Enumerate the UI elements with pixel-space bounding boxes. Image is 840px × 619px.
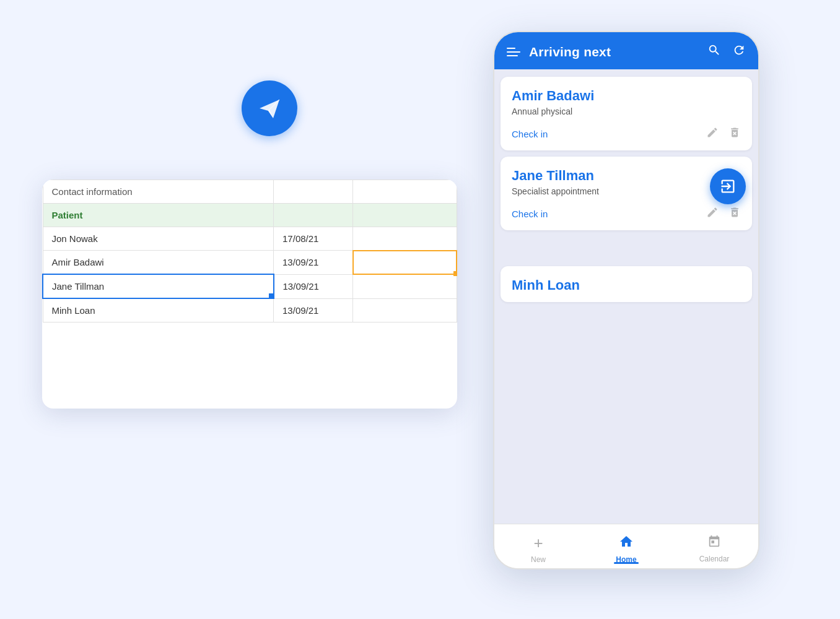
- check-in-button-jane[interactable]: Check in: [512, 209, 548, 219]
- patient-card-amir: Amir Badawi Annual physical Check in: [501, 77, 752, 150]
- patient-name-minh: Minh Loan: [512, 277, 741, 293]
- delete-icon-amir[interactable]: [728, 126, 741, 142]
- nav-item-home[interactable]: Home: [582, 529, 670, 564]
- paper-plane-icon: [242, 80, 297, 136]
- cell-amir-badawi: Amir Badawi: [43, 251, 274, 275]
- nav-calendar-icon: [707, 535, 721, 552]
- table-row: Minh Loan 13/09/21: [43, 298, 457, 322]
- table-row: Jane Tillman 13/09/21: [43, 274, 457, 298]
- nav-item-calendar[interactable]: Calendar: [670, 530, 758, 563]
- nav-new-icon: +: [533, 534, 543, 553]
- phone-title: Arriving next: [529, 45, 611, 59]
- check-in-button-amir[interactable]: Check in: [512, 129, 548, 139]
- cell-patient-header: Patient: [43, 204, 274, 227]
- edit-icon-jane[interactable]: [706, 206, 719, 222]
- patient-card-minh: Minh Loan: [501, 266, 752, 302]
- cell-jon-date: 17/08/21: [274, 227, 353, 251]
- delete-icon-jane[interactable]: [728, 206, 741, 222]
- fab-checkin-button[interactable]: [710, 168, 746, 204]
- patient-appointment-amir: Annual physical: [512, 106, 741, 116]
- phone-header: Arriving next: [494, 32, 758, 69]
- cell-amir-extra: [353, 251, 457, 275]
- phone-mockup: Arriving next Amir Badawi Annual physica…: [493, 31, 759, 569]
- spreadsheet-card: Contact information Patient Jon Nowak 17…: [42, 180, 457, 409]
- cell-jane-tillman: Jane Tillman: [43, 274, 274, 298]
- bottom-nav: + New Home Calendar: [494, 524, 758, 568]
- table-row: Jon Nowak 17/08/21: [43, 227, 457, 251]
- nav-home-icon: [619, 534, 634, 553]
- nav-active-indicator: [614, 562, 639, 564]
- edit-icon-amir[interactable]: [706, 126, 719, 142]
- nav-item-new[interactable]: + New: [494, 529, 582, 564]
- cell-contact-info: Contact information: [43, 180, 274, 204]
- phone-content: Amir Badawi Annual physical Check in: [494, 69, 758, 561]
- cell-minh-loan: Minh Loan: [43, 298, 274, 322]
- table-row: Amir Badawi 13/09/21: [43, 251, 457, 275]
- hamburger-menu-icon[interactable]: [507, 48, 520, 56]
- cell-amir-date: 13/09/21: [274, 251, 353, 275]
- cell-minh-date: 13/09/21: [274, 298, 353, 322]
- table-row: Contact information: [43, 180, 457, 204]
- cell-jon-nowak: Jon Nowak: [43, 227, 274, 251]
- nav-calendar-label: Calendar: [699, 555, 730, 563]
- patient-appointment-jane: Specialist appointment: [512, 186, 741, 196]
- table-row: Patient: [43, 204, 457, 227]
- refresh-icon[interactable]: [732, 43, 746, 61]
- patient-name-amir: Amir Badawi: [512, 88, 741, 104]
- cell-jane-date: 13/09/21: [274, 274, 353, 298]
- search-icon[interactable]: [707, 43, 721, 61]
- nav-new-label: New: [531, 555, 546, 564]
- patient-name-jane: Jane Tillman: [512, 168, 741, 184]
